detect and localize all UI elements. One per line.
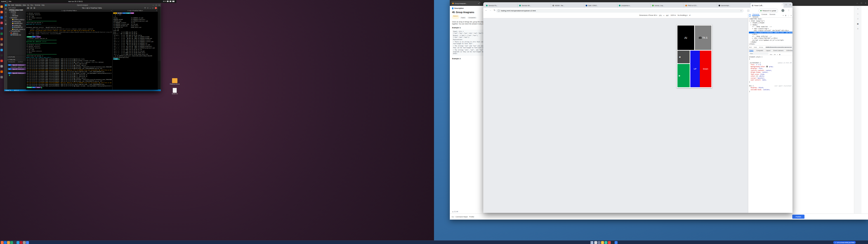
- device-preset-select[interactable]: Dimensions: iPhone SE ▾: [639, 14, 657, 16]
- elements-tree[interactable]: <!DOCTYPE html>▾ <html lang="es">▸ <head…: [748, 18, 793, 45]
- chrome-tab[interactable]: PNG to ICO...: [684, 3, 717, 8]
- chrome-tab[interactable]: Salir | IONO...: [584, 3, 618, 8]
- desktop-file-docker-txt[interactable]: docker.txt: [170, 88, 180, 95]
- store-icon[interactable]: [615, 241, 618, 244]
- breadcrumb-item[interactable]: html: [749, 47, 752, 48]
- chrome-tab[interactable]: Panel Cont...: [750, 3, 783, 8]
- rhythmbox-icon[interactable]: [0, 22, 3, 24]
- breadcrumb-item[interactable]: body: [754, 47, 757, 48]
- menu-item[interactable]: Edit: [11, 4, 14, 6]
- btn-ai[interactable]: AI: [677, 26, 694, 50]
- close-pane-icon[interactable]: ×: [156, 10, 157, 11]
- trash-icon[interactable]: [0, 76, 3, 79]
- clock[interactable]: mar nov 25 17:59:21: [68, 1, 83, 2]
- settings-gear-icon[interactable]: ⚙: [785, 15, 786, 17]
- btn-left[interactable]: ◀: [677, 51, 690, 63]
- chrome-tab[interactable]: Iconos, Log...: [651, 3, 684, 8]
- menu-item[interactable]: Go: [27, 4, 29, 6]
- chrome-tab[interactable]: Servicio Wi...: [518, 3, 551, 8]
- close-devtools-icon[interactable]: ×: [791, 15, 792, 17]
- styles-tab[interactable]: Event Listeners: [773, 50, 783, 51]
- explorer-item[interactable]: ▸Linux: [7, 13, 26, 15]
- explorer-item[interactable]: manifest.json: [7, 23, 26, 25]
- bookmark-star-icon[interactable]: ☆: [740, 10, 742, 12]
- files-icon[interactable]: [7, 241, 10, 244]
- explorer-icon[interactable]: ▤: [5, 8, 7, 10]
- chrome-icon[interactable]: [608, 241, 611, 244]
- menu-item[interactable]: Selection: [16, 4, 22, 6]
- device-height-input[interactable]: 667: [666, 15, 669, 16]
- reload-button[interactable]: ↻: [494, 9, 495, 11]
- terminal-icon[interactable]: [13, 241, 16, 244]
- new-terminal-icon[interactable]: ▣: [27, 7, 29, 9]
- close-pane-icon[interactable]: ×: [111, 10, 112, 11]
- gimp-icon[interactable]: [0, 43, 3, 46]
- styles-tab[interactable]: Computed: [756, 50, 763, 51]
- keyboard-layout-indicator[interactable]: es ▾: [163, 0, 166, 2]
- explorer-item[interactable]: history.php: [7, 21, 26, 23]
- tab-description[interactable]: Description: [454, 7, 464, 9]
- chrome-icon[interactable]: [0, 60, 3, 62]
- throttling-select[interactable]: No throttling ▾: [678, 14, 687, 16]
- chrome-tab[interactable]: NSSM - the...: [551, 3, 584, 8]
- favorites-icon[interactable]: ☆: [857, 18, 859, 20]
- source-control-icon[interactable]: ◇: [5, 16, 7, 18]
- firefox-icon[interactable]: [1, 241, 4, 244]
- devtools-tab[interactable]: Console: [761, 13, 768, 16]
- settings-icon[interactable]: [0, 65, 3, 67]
- editor-icon[interactable]: [10, 241, 13, 244]
- vscode-icon[interactable]: [17, 241, 20, 244]
- thunderbird-icon[interactable]: [0, 16, 3, 19]
- desktop-sticky-note[interactable]: Palabras+bonus: [169, 78, 180, 85]
- explorer-item[interactable]: service_worker.js: [7, 28, 26, 30]
- topic-chip[interactable]: Companies: [467, 17, 476, 19]
- explorer-item[interactable]: ▾Desktop: [7, 11, 26, 13]
- filter-input[interactable]: Filter: [749, 53, 769, 55]
- menu-item[interactable]: Terminal: [35, 4, 40, 6]
- filter-toggle[interactable]: :hov: [770, 54, 772, 55]
- start-icon[interactable]: [590, 241, 594, 244]
- maximize-button[interactable]: □: [152, 7, 153, 9]
- status-item[interactable]: master* ↻: [5, 90, 11, 91]
- menu-item[interactable]: Help: [41, 4, 44, 6]
- tool-tab[interactable]: Profiler: [469, 216, 474, 218]
- search-icon[interactable]: [594, 241, 597, 244]
- device-toggle-icon[interactable]: [749, 14, 751, 17]
- apps-icon[interactable]: ▣: [857, 23, 859, 25]
- minimize-button[interactable]: –: [150, 7, 151, 9]
- more-tabs-icon[interactable]: »: [783, 15, 784, 17]
- forward-button[interactable]: →: [489, 9, 491, 11]
- explorer-item[interactable]: .gitignore: [7, 32, 26, 34]
- explorer-section[interactable]: ▸ OUTLINE: [7, 55, 25, 58]
- file-explorer-icon[interactable]: [601, 241, 604, 244]
- calc-icon[interactable]: [0, 33, 3, 35]
- back-button[interactable]: ←: [485, 9, 487, 11]
- breadcrumb-item[interactable]: div.top: [759, 47, 763, 48]
- filter-toggle[interactable]: +: [777, 54, 778, 55]
- close-button[interactable]: ×: [155, 7, 157, 9]
- styles-tab[interactable]: Layout: [766, 50, 771, 51]
- likes-count[interactable]: ▲ 21.4K: [452, 211, 458, 212]
- minimize-button[interactable]: –: [153, 4, 154, 6]
- address-bar[interactable]: trading.mm4.me/openaiserver/updown.v2.ht…: [496, 9, 744, 13]
- difficulty-badge[interactable]: Medium: [452, 15, 459, 19]
- impress-icon[interactable]: [0, 38, 3, 40]
- explorer-item[interactable]: mobile.png: [7, 24, 26, 26]
- software-icon[interactable]: [0, 70, 3, 73]
- focused-app-name[interactable]: Tilix: [8, 1, 11, 2]
- task-view-icon[interactable]: [598, 241, 600, 244]
- terminal-icon[interactable]: [611, 241, 614, 244]
- search-icon[interactable]: ⊙: [5, 11, 7, 13]
- styles-tab[interactable]: DOM Breakpoints: [786, 50, 793, 51]
- btn-right[interactable]: ▶: [677, 64, 690, 87]
- devtools-tab[interactable]: Network: [752, 16, 759, 18]
- breadcrumb-item[interactable]: div#btnScreenshot.screenshot.camera-icon: [765, 47, 792, 48]
- writer-icon[interactable]: [0, 27, 3, 30]
- tool-tab[interactable]: CLI: [452, 216, 454, 218]
- explorer-item[interactable]: README.md: [7, 26, 26, 28]
- chrome-icon[interactable]: [26, 241, 29, 244]
- btn-up[interactable]: UP: [690, 51, 700, 87]
- edge-icon[interactable]: [604, 241, 608, 244]
- extensions-icon[interactable]: ▦: [5, 23, 7, 25]
- minimize-button[interactable]: –: [782, 4, 782, 6]
